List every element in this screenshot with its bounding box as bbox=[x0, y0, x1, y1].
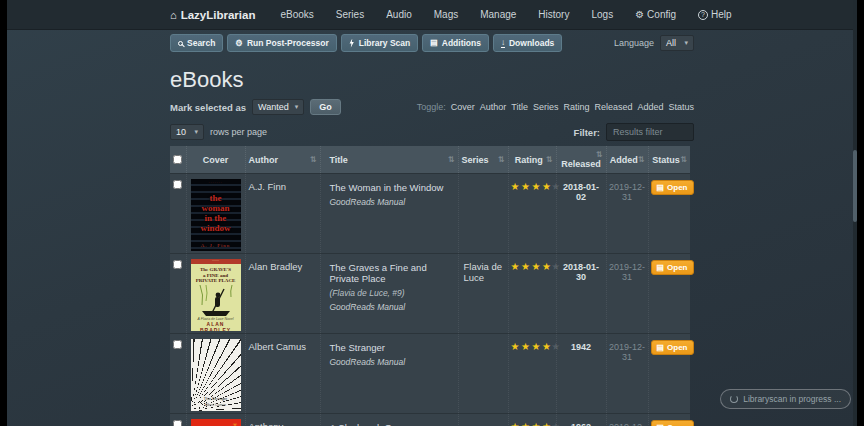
download-icon: ↓ bbox=[501, 39, 505, 48]
nav-item-manage[interactable]: Manage bbox=[469, 0, 527, 29]
book-cover[interactable]: ✳ ANTHONY BURGESS A CLOCKWORK ORANGE bbox=[191, 419, 241, 426]
col-header-author[interactable]: ⇅Author bbox=[245, 146, 320, 174]
col-header-series[interactable]: ⇅Series bbox=[458, 146, 508, 174]
nav-item-ebooks[interactable]: eBooks bbox=[269, 0, 324, 29]
author-cell[interactable]: Anthony Burgess bbox=[245, 414, 320, 426]
col-header-title[interactable]: ⇅Title bbox=[320, 146, 458, 174]
sort-icon: ⇅ bbox=[448, 155, 455, 164]
row-checkbox[interactable] bbox=[173, 420, 182, 426]
nav-item-history[interactable]: History bbox=[527, 0, 580, 29]
lightning-icon bbox=[349, 39, 355, 48]
book-icon: ▤ bbox=[657, 344, 665, 352]
toggle-added[interactable]: Added bbox=[637, 102, 663, 112]
nav-item-audio[interactable]: Audio bbox=[375, 0, 423, 29]
empty-star-icon: ★ bbox=[551, 421, 560, 426]
toast-notification: Libraryscan in progress ... bbox=[720, 389, 851, 409]
book-title-link[interactable]: The Stranger bbox=[330, 342, 456, 353]
open-button[interactable]: ▤ Open bbox=[651, 340, 694, 355]
title-cell[interactable]: The Stranger GoodReads Manual bbox=[320, 334, 458, 414]
additions-button[interactable]: ▤ Additions bbox=[422, 34, 489, 52]
open-button[interactable]: ▤ Open bbox=[651, 180, 694, 195]
rating-cell: ★★★★★ bbox=[508, 254, 556, 334]
rating-cell: ★★★★★ bbox=[508, 174, 556, 254]
toggle-series[interactable]: Series bbox=[533, 102, 559, 112]
search-button[interactable]: Search bbox=[170, 34, 223, 52]
navbar: ⌂ LazyLibrarian eBooks Series Audio Mags… bbox=[7, 0, 857, 30]
col-header-status[interactable]: ⇅Status bbox=[648, 146, 690, 174]
go-button[interactable]: Go bbox=[310, 99, 341, 115]
added-cell: 2019-12-31 bbox=[606, 334, 648, 414]
sort-icon: ⇅ bbox=[546, 155, 553, 164]
book-cover[interactable]: The Stranger Albert Camus bbox=[191, 339, 241, 411]
nav-item-mags[interactable]: Mags bbox=[423, 0, 469, 29]
star-rating: ★★★★ bbox=[511, 341, 553, 352]
col-header-released[interactable]: ⇅Released bbox=[556, 146, 606, 174]
book-icon: ▤ bbox=[430, 39, 438, 47]
nav-item-config[interactable]: ⚙ Config bbox=[624, 0, 687, 29]
col-header-cover[interactable]: Cover bbox=[186, 146, 245, 174]
book-icon: ▤ bbox=[657, 264, 665, 272]
row-checkbox[interactable] bbox=[173, 180, 182, 189]
downloads-button[interactable]: ↓ Downloads bbox=[493, 34, 562, 52]
series-cell bbox=[458, 334, 508, 414]
nav-item-help[interactable]: ? Help bbox=[687, 0, 743, 29]
book-cover[interactable]: ······· The GRAVE'S a FINE and PRIVATE P… bbox=[191, 259, 241, 331]
filter-input[interactable] bbox=[606, 123, 694, 141]
star-rating: ★★★★ bbox=[511, 261, 553, 272]
controls-row-2: 10 ▾ rows per page Filter: bbox=[7, 123, 857, 141]
title-cell[interactable]: The Graves a Fine and Private Place (Fla… bbox=[320, 254, 458, 334]
books-table: Cover ⇅Author ⇅Title ⇅Series ⇅Rating ⇅Re… bbox=[170, 146, 690, 426]
scrollbar-thumb[interactable] bbox=[853, 150, 857, 222]
toggle-released[interactable]: Released bbox=[594, 102, 632, 112]
book-source: GoodReads Manual bbox=[330, 302, 456, 312]
title-cell[interactable]: The Woman in the Window GoodReads Manual bbox=[320, 174, 458, 254]
col-header-added[interactable]: ⇅Added bbox=[606, 146, 648, 174]
empty-star-icon: ★ bbox=[551, 181, 560, 192]
author-cell[interactable]: Albert Camus bbox=[245, 334, 320, 414]
brand[interactable]: ⌂ LazyLibrarian bbox=[170, 0, 269, 29]
cover-cell: ······· the woman in the window A. J. Fi… bbox=[186, 174, 245, 254]
toggle-cover[interactable]: Cover bbox=[451, 102, 475, 112]
table-row: The Stranger Albert Camus Albert Camus T… bbox=[170, 334, 690, 414]
open-button[interactable]: ▤ Open bbox=[651, 420, 694, 426]
row-checkbox[interactable] bbox=[173, 260, 182, 269]
book-title-link[interactable]: A Clockwork Orange bbox=[330, 422, 456, 426]
series-cell bbox=[458, 174, 508, 254]
language-select[interactable]: All ▾ bbox=[660, 35, 694, 51]
status-cell: ▤ Open bbox=[648, 414, 690, 426]
title-cell[interactable]: A Clockwork Orange GoodReads Manual bbox=[320, 414, 458, 426]
table-header-row: Cover ⇅Author ⇅Title ⇅Series ⇅Rating ⇅Re… bbox=[170, 146, 690, 174]
row-checkbox[interactable] bbox=[173, 340, 182, 349]
book-cover[interactable]: ······· the woman in the window A. J. Fi… bbox=[191, 179, 241, 251]
run-post-processor-button[interactable]: ⚙ Run Post-Processor bbox=[227, 34, 336, 52]
cover-cell: ✳ ANTHONY BURGESS A CLOCKWORK ORANGE bbox=[186, 414, 245, 426]
toggle-title[interactable]: Title bbox=[511, 102, 528, 112]
chevron-down-icon: ▾ bbox=[194, 128, 198, 136]
col-header-rating[interactable]: ⇅Rating bbox=[508, 146, 556, 174]
filter-label: Filter: bbox=[574, 127, 600, 138]
sort-icon: ⇅ bbox=[596, 150, 603, 159]
toolbar: Search ⚙ Run Post-Processor Library Scan… bbox=[7, 34, 857, 52]
library-scan-button[interactable]: Library Scan bbox=[341, 34, 419, 52]
author-cell[interactable]: Alan Bradley bbox=[245, 254, 320, 334]
nav-item-series[interactable]: Series bbox=[325, 0, 375, 29]
controls-row-1: Mark selected as Wanted ▾ Go Toggle: Cov… bbox=[7, 99, 857, 115]
rows-per-page-select[interactable]: 10 ▾ bbox=[170, 124, 204, 140]
book-source: GoodReads Manual bbox=[330, 197, 456, 207]
author-cell[interactable]: A.J. Finn bbox=[245, 174, 320, 254]
toggle-status[interactable]: Status bbox=[668, 102, 694, 112]
vertical-scrollbar[interactable] bbox=[853, 0, 857, 426]
select-all-checkbox[interactable] bbox=[173, 155, 182, 164]
gear-icon: ⚙ bbox=[635, 9, 644, 20]
nav-item-logs[interactable]: Logs bbox=[580, 0, 624, 29]
series-cell[interactable]: Flavia de Luce bbox=[458, 254, 508, 334]
book-title-link[interactable]: The Graves a Fine and Private Place bbox=[330, 262, 456, 284]
mark-selected-select[interactable]: Wanted ▾ bbox=[252, 99, 304, 115]
book-title-link[interactable]: The Woman in the Window bbox=[330, 182, 456, 193]
status-cell: ▤ Open bbox=[648, 334, 690, 414]
open-button[interactable]: ▤ Open bbox=[651, 260, 694, 275]
chevron-down-icon: ▾ bbox=[295, 103, 299, 111]
toggle-author[interactable]: Author bbox=[480, 102, 507, 112]
toggle-rating[interactable]: Rating bbox=[563, 102, 589, 112]
added-cell: 2019-12-31 bbox=[606, 254, 648, 334]
